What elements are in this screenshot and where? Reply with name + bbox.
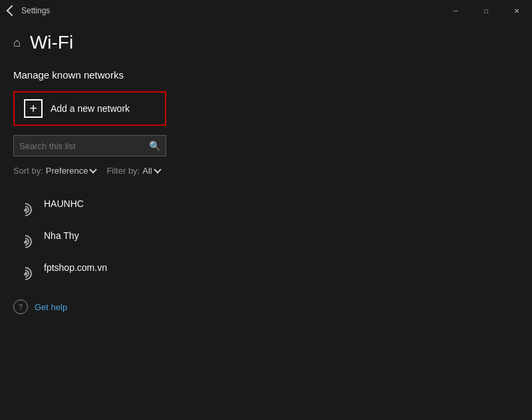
wifi-icon: [16, 226, 35, 245]
page-title: Wi-Fi: [30, 32, 73, 53]
content-area: ⌂ Wi-Fi Manage known networks + Add a ne…: [0, 21, 532, 325]
sort-chevron-icon: [90, 166, 97, 173]
close-button[interactable]: ✕: [501, 0, 532, 21]
network-name: fptshop.com.vn: [44, 262, 107, 273]
help-icon: ?: [13, 300, 28, 314]
page-header: ⌂ Wi-Fi: [13, 32, 519, 53]
titlebar-controls: ─ □ ✕: [440, 0, 532, 21]
titlebar-title: Settings: [21, 6, 50, 15]
sort-filter-row: Sort by: Preference Filter by: All: [13, 166, 519, 176]
titlebar-left: Settings: [8, 6, 50, 15]
maximize-button[interactable]: □: [471, 0, 501, 21]
list-item[interactable]: fptshop.com.vn: [13, 252, 519, 284]
list-item[interactable]: HAUNHC: [13, 188, 519, 220]
filter-label: Filter by:: [106, 166, 140, 176]
get-help-label: Get help: [35, 302, 67, 312]
search-box: 🔍: [13, 135, 166, 156]
titlebar: Settings ─ □ ✕: [0, 0, 532, 21]
filter-by-control[interactable]: Filter by: All: [106, 166, 160, 176]
list-item[interactable]: Nha Thy: [13, 220, 519, 252]
filter-value: All: [142, 166, 152, 176]
home-icon[interactable]: ⌂: [13, 36, 21, 50]
network-name: Nha Thy: [44, 230, 79, 241]
sort-value: Preference: [46, 166, 88, 176]
section-title: Manage known networks: [13, 69, 519, 81]
wifi-icon: [16, 194, 35, 213]
network-name: HAUNHC: [44, 198, 84, 209]
minimize-button[interactable]: ─: [440, 0, 471, 21]
search-input[interactable]: [19, 141, 149, 151]
back-arrow-icon[interactable]: [7, 5, 18, 17]
add-network-label: Add a new network: [51, 103, 130, 114]
add-icon: +: [24, 99, 43, 118]
add-network-button[interactable]: + Add a new network: [13, 91, 166, 126]
sort-label: Sort by:: [13, 166, 43, 176]
sort-by-control[interactable]: Sort by: Preference: [13, 166, 96, 176]
filter-chevron-icon: [154, 166, 161, 173]
search-icon: 🔍: [149, 140, 160, 151]
network-list: HAUNHC Nha Thy fptshop.com.vn: [13, 188, 519, 284]
wifi-icon: [16, 258, 35, 277]
get-help-section[interactable]: ? Get help: [13, 300, 519, 314]
